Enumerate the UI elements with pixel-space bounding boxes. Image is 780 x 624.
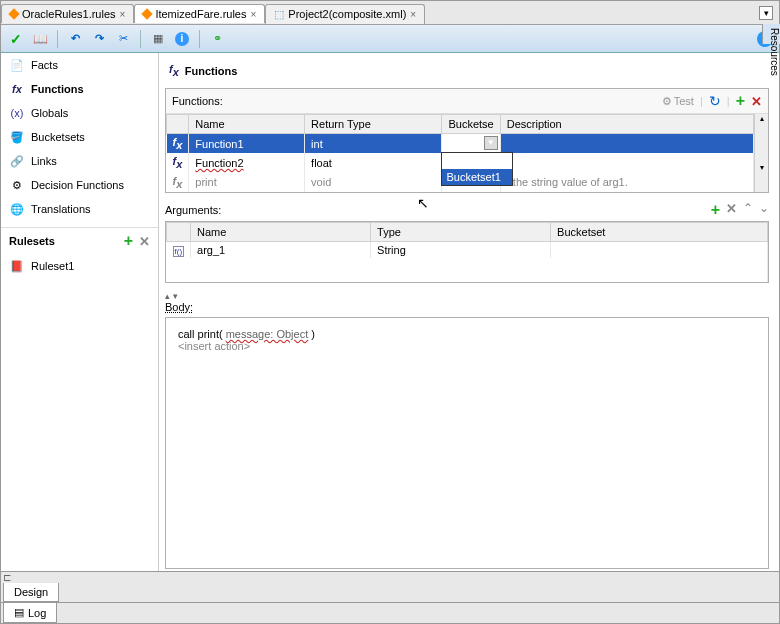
cell-name: print [189,173,305,192]
rulesets-label: Rulesets [9,235,55,247]
body-text: call print( [178,328,223,340]
diamond-icon [8,8,19,19]
tab-log[interactable]: ▤ Log [3,603,57,623]
separator: | [700,95,703,107]
editor-tabbar: OracleRules1.rules × ItemizedFare.rules … [1,1,779,25]
col-description[interactable]: Description [500,115,753,134]
col-name[interactable]: Name [191,222,371,241]
arguments-label: Arguments: [165,204,221,216]
dropdown-list: Bucketset1 [441,152,513,186]
insert-action-placeholder[interactable]: <insert action> [178,340,756,352]
add-ruleset-icon[interactable]: + [124,232,133,250]
diamond-icon [142,8,153,19]
dictionary-icon[interactable] [31,30,49,48]
test-button[interactable]: ⚙ Test [662,95,694,108]
test-label: Test [674,95,694,107]
table-row[interactable]: fx Function1 int ▼ Bucketset1 [167,134,754,154]
navigation-sidebar: 📄 Facts fx Functions (x) Globals 🪣 Bucke… [1,53,159,571]
tab-label: Log [28,607,46,619]
cell-return: int [305,134,442,154]
delete-argument-icon[interactable]: ✕ [726,201,737,219]
body-editor[interactable]: call print( message: Object ) <insert ac… [165,317,769,569]
log-icon: ▤ [14,606,24,619]
table-row[interactable]: f() arg_1 String [167,241,768,258]
fx-icon: fx [169,63,179,78]
tab-oraclerules[interactable]: OracleRules1.rules × [1,4,134,23]
functions-table: Name Return Type Bucketse Description fx… [166,114,754,192]
sidebar-item-globals[interactable]: (x) Globals [1,101,158,125]
links-icon: 🔗 [9,153,25,169]
cell-return: float [305,153,442,172]
minimize-icon[interactable]: ▾ [759,6,773,20]
bucketsets-icon: 🪣 [9,129,25,145]
grid-icon[interactable]: ▦ [149,30,167,48]
move-down-icon[interactable]: ⌄ [759,201,769,219]
bucketset-dropdown[interactable]: ▼ Bucketset1 [442,134,500,154]
body-line[interactable]: call print( message: Object ) [178,328,756,340]
sidebar-item-label: Globals [31,107,68,119]
fx-icon: fx [173,136,183,148]
col-bucketset[interactable]: Bucketset [551,222,768,241]
resize-handle-icon[interactable]: ⊏ [1,572,779,583]
cell-desc: t the string value of arg1. [500,173,753,192]
decision-icon: ⚙ [9,177,25,193]
col-type[interactable]: Type [371,222,551,241]
add-function-icon[interactable]: + [736,92,745,110]
rulesets-header: Rulesets + ✕ [1,227,158,254]
tab-label: ItemizedFare.rules [155,8,246,20]
arg-icon: f() [173,246,185,257]
tab-design[interactable]: Design [3,583,59,602]
globals-icon: (x) [9,105,25,121]
content-area: fx Functions Functions: ⚙ Test | ↻ | + [159,53,779,571]
add-argument-icon[interactable]: + [711,201,720,219]
validate-icon[interactable] [7,30,25,48]
sidebar-item-label: Decision Functions [31,179,124,191]
tab-project2[interactable]: ⬚ Project2(composite.xml) × [265,4,425,24]
sidebar-item-facts[interactable]: 📄 Facts [1,53,158,77]
main-toolbar: ✂ ▦ i ⚭ ? [1,25,779,53]
redo-icon[interactable] [90,30,108,48]
body-text: ) [311,328,315,340]
tab-itemizedfare[interactable]: ItemizedFare.rules × [134,4,265,23]
sidebar-item-label: Facts [31,59,58,71]
body-text-wavy: message: Object [226,328,309,340]
scrollbar[interactable]: ▴ ▾ [754,114,768,192]
composite-icon: ⬚ [274,8,284,21]
cell-type: String [371,241,551,258]
fx-icon: fx [9,81,25,97]
tab-label: OracleRules1.rules [22,8,116,20]
chevron-down-icon[interactable]: ▼ [484,136,498,150]
body-section: ▴ ▾ Body: call print( message: Object ) … [165,291,769,569]
refresh-icon[interactable]: ↻ [709,93,721,109]
functions-panel: Functions: ⚙ Test | ↻ | + ✕ [165,88,769,193]
delete-function-icon[interactable]: ✕ [751,94,762,109]
arguments-section: Arguments: + ✕ ⌃ ⌄ Name Type Bu [165,201,769,283]
resources-sidebar[interactable]: Resources [762,24,780,44]
link-icon[interactable]: ⚭ [208,30,226,48]
cell-name: arg_1 [191,241,371,258]
undo-icon[interactable] [66,30,84,48]
sidebar-item-functions[interactable]: fx Functions [1,77,158,101]
sidebar-item-decision-functions[interactable]: ⚙ Decision Functions [1,173,158,197]
close-icon[interactable]: × [410,9,416,20]
sidebar-item-translations[interactable]: 🌐 Translations [1,197,158,221]
sidebar-item-label: Ruleset1 [31,260,74,272]
close-icon[interactable]: × [250,9,256,20]
info-button[interactable]: i [173,30,191,48]
dropdown-item-bucketset1[interactable]: Bucketset1 [442,169,512,185]
dropdown-item-empty[interactable] [442,153,512,169]
cut-icon[interactable]: ✂ [114,30,132,48]
collapse-arrows-icon[interactable]: ▴ ▾ [165,291,769,301]
cell-desc [500,134,753,154]
delete-ruleset-icon[interactable]: ✕ [139,234,150,249]
move-up-icon[interactable]: ⌃ [743,201,753,219]
sidebar-item-links[interactable]: 🔗 Links [1,149,158,173]
sidebar-item-bucketsets[interactable]: 🪣 Bucketsets [1,125,158,149]
col-bucketset[interactable]: Bucketse [442,115,500,134]
sidebar-item-ruleset1[interactable]: 📕 Ruleset1 [1,254,158,278]
col-return[interactable]: Return Type [305,115,442,134]
col-name[interactable]: Name [189,115,305,134]
sidebar-item-label: Bucketsets [31,131,85,143]
close-icon[interactable]: × [120,9,126,20]
bottom-tabs: ⊏ Design ▤ Log [1,571,779,623]
